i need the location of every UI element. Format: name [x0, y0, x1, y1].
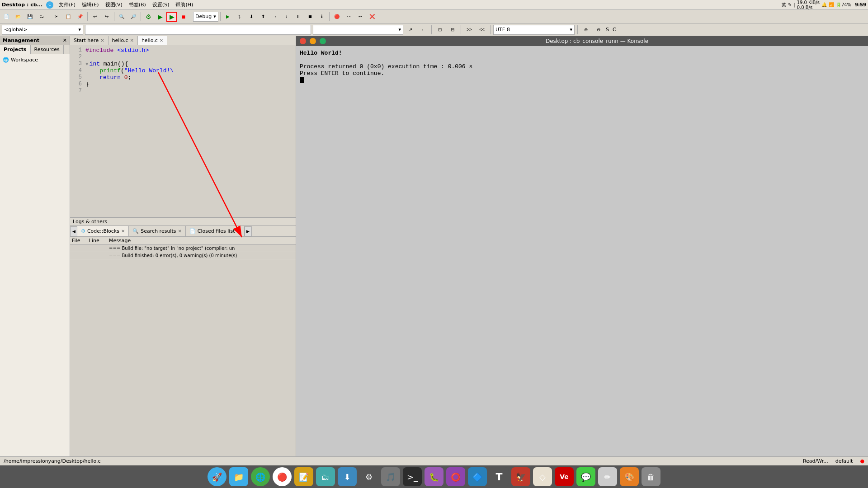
tab-projects[interactable]: Projects	[0, 45, 31, 54]
paste-btn[interactable]: 📌	[75, 12, 85, 22]
dock-chrome[interactable]: 🔴	[273, 467, 292, 486]
build-btn[interactable]: ⚙	[143, 12, 154, 22]
run-btn[interactable]: ▶	[155, 12, 165, 22]
dock-pencil[interactable]: ✏	[598, 467, 617, 486]
zoom-out-btn[interactable]: ⊖	[593, 25, 604, 35]
undo-btn[interactable]: ↩	[90, 12, 100, 22]
search-btn[interactable]: 🔍	[116, 12, 127, 22]
code-editor[interactable]: 1 #include <stdio.h> 2 3 ▼ int main(){ 4…	[70, 45, 296, 217]
debug-step-btn[interactable]: ⬇	[246, 12, 257, 22]
dock-terminal[interactable]: >_	[403, 467, 422, 486]
dock-app1[interactable]: ⭕	[446, 467, 465, 486]
tab-codeblocks[interactable]: ⚙ Code::Blocks ✕	[77, 226, 129, 236]
tab-closed-files[interactable]: 📄 Closed files list ✕	[186, 226, 245, 236]
col-line: Line	[87, 237, 107, 245]
dock-launcher[interactable]: 🚀	[208, 467, 226, 486]
debug-next-btn[interactable]: ⤵	[234, 12, 245, 22]
close-files-icon[interactable]: ✕	[236, 229, 240, 234]
debug-next-inst-btn[interactable]: →	[269, 12, 280, 22]
menu-view[interactable]: 视图(V)	[103, 1, 125, 9]
new-btn[interactable]: 📄	[1, 12, 12, 22]
close-hello1-icon[interactable]: ✕	[130, 38, 133, 43]
close-search-icon[interactable]: ✕	[178, 229, 181, 234]
debug-step-inst-btn[interactable]: ↓	[281, 12, 292, 22]
toggle-panel-btn[interactable]: ⊡	[434, 25, 445, 35]
left-panel-btn[interactable]: ⊟	[447, 25, 458, 35]
debug-break-btn[interactable]: ⏸	[293, 12, 304, 22]
code-line-1: 1 #include <stdio.h>	[72, 47, 294, 54]
dock-browser[interactable]: 🌐	[251, 467, 270, 486]
sidebar-workspace[interactable]: 🌐 Workspace	[2, 56, 68, 64]
scope-dropdown2[interactable]: ▾	[313, 25, 403, 35]
menu-file[interactable]: 文件(F)	[56, 1, 78, 9]
konsole-close-btn[interactable]	[300, 38, 306, 44]
close-hello2-icon[interactable]: ✕	[160, 38, 163, 43]
debug-run-btn[interactable]: ▶	[222, 12, 233, 22]
function-search-bar[interactable]	[85, 25, 311, 35]
logs-prev-btn[interactable]: ◀	[70, 226, 77, 236]
save-all-btn[interactable]: 🗂	[36, 12, 47, 22]
dock-settings[interactable]: ⚙	[359, 467, 378, 486]
file-path: /home/impressionyang/Desktop/hello.c	[4, 458, 101, 464]
dock-wechat[interactable]: 💬	[576, 467, 595, 486]
replace-btn[interactable]: 🔎	[128, 12, 139, 22]
close-start-here-icon[interactable]: ✕	[100, 38, 104, 43]
dock-file-manager2[interactable]: 🗂	[316, 467, 335, 486]
dock-debug[interactable]: 🐛	[425, 467, 443, 486]
tab-hello1[interactable]: hello.c ✕	[108, 36, 138, 45]
secondary-toolbar: <global> ▾ ▾ ↗ ← ⊡ ⊟ >> << UTF-8 ▾ ⊕ ⊖ S…	[0, 23, 868, 36]
cut-btn[interactable]: ✂	[51, 12, 62, 22]
konsole-maximize-btn[interactable]	[320, 38, 326, 44]
debug-info-btn[interactable]: ℹ	[316, 12, 327, 22]
prev-bp-btn[interactable]: ⤺	[355, 12, 366, 22]
tab-start-here[interactable]: Start here ✕	[70, 36, 108, 45]
dock-color[interactable]: 🎨	[620, 467, 639, 486]
dock-downloader[interactable]: ⬇	[338, 467, 357, 486]
tab-hello2[interactable]: hello.c ✕	[138, 36, 167, 45]
sidebar-close-icon[interactable]: ✕	[63, 38, 67, 43]
dock-text-editor[interactable]: 📝	[294, 467, 313, 486]
build-run-btn[interactable]: ▶	[166, 12, 177, 22]
globe-icon: 🌐	[3, 57, 9, 63]
konsole-content[interactable]: Hello World! Process returned 0 (0x0) ex…	[296, 46, 868, 456]
menu-bookmark[interactable]: 书签(B)	[126, 1, 149, 9]
debug-step-out-btn[interactable]: ⬆	[258, 12, 269, 22]
dock-inkscape[interactable]: ◇	[533, 467, 552, 486]
scope-dropdown[interactable]: <global> ▾	[2, 25, 83, 35]
konsole-minimize-btn[interactable]	[310, 38, 316, 44]
jump-btn[interactable]: ↗	[405, 25, 416, 35]
encoding-dropdown[interactable]: UTF-8 ▾	[493, 25, 575, 35]
sep1	[49, 12, 49, 21]
target-dropdown[interactable]: Debug ▾	[193, 12, 218, 22]
clear-bp-btn[interactable]: ❌	[367, 12, 377, 22]
toggle-bp-btn[interactable]: 🔴	[331, 12, 342, 22]
dock-ide[interactable]: 🔷	[468, 467, 487, 486]
back-btn[interactable]: ←	[418, 25, 429, 35]
tab-search-results[interactable]: 🔍 Search results ✕	[129, 226, 186, 236]
dock-ve[interactable]: Ve	[555, 467, 574, 486]
menu-settings[interactable]: 设置(S)	[150, 1, 172, 9]
zoom-in-btn[interactable]: ⊕	[580, 25, 591, 35]
debug-stop-btn[interactable]: ⏹	[305, 12, 316, 22]
dock-audio[interactable]: 🎵	[381, 467, 400, 486]
menu-help[interactable]: 帮助(H)	[173, 1, 196, 9]
konsole-cursor	[300, 77, 304, 83]
close-codeblocks-icon[interactable]: ✕	[121, 229, 125, 234]
menu-edit[interactable]: 编辑(E)	[79, 1, 102, 9]
tab-resources[interactable]: Resources	[31, 45, 64, 54]
save-btn[interactable]: 💾	[24, 12, 35, 22]
dock-trash[interactable]: 🗑	[642, 467, 660, 486]
encoding-status: default	[835, 458, 853, 464]
dock-text-app[interactable]: T	[490, 467, 509, 486]
col-file: File	[70, 237, 87, 245]
redo-btn[interactable]: ↪	[101, 12, 112, 22]
logs-next-btn[interactable]: ▶	[245, 226, 252, 236]
open-btn[interactable]: 📂	[13, 12, 24, 22]
next-bp-btn[interactable]: ⤻	[343, 12, 354, 22]
dec-indent-btn[interactable]: <<	[476, 25, 487, 35]
dock-app2[interactable]: 🦅	[511, 467, 530, 486]
copy-btn[interactable]: 📋	[63, 12, 74, 22]
dock-files[interactable]: 📁	[229, 467, 248, 486]
stop-btn[interactable]: ■	[178, 12, 189, 22]
inc-indent-btn[interactable]: >>	[464, 25, 475, 35]
